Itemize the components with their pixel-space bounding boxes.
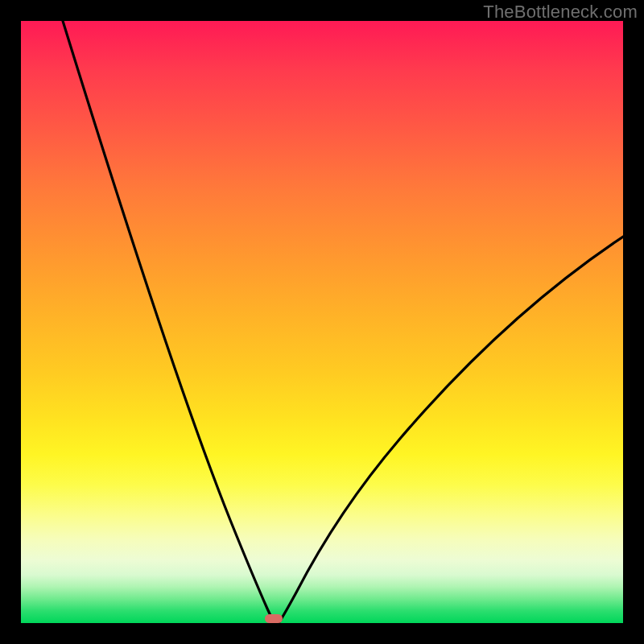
bottleneck-curve (21, 21, 623, 623)
curve-left-branch (63, 21, 275, 623)
chart-frame: TheBottleneck.com (0, 0, 644, 644)
curve-right-branch (279, 237, 623, 623)
vertex-marker (265, 614, 283, 623)
plot-area (21, 21, 623, 623)
watermark-text: TheBottleneck.com (483, 2, 638, 23)
